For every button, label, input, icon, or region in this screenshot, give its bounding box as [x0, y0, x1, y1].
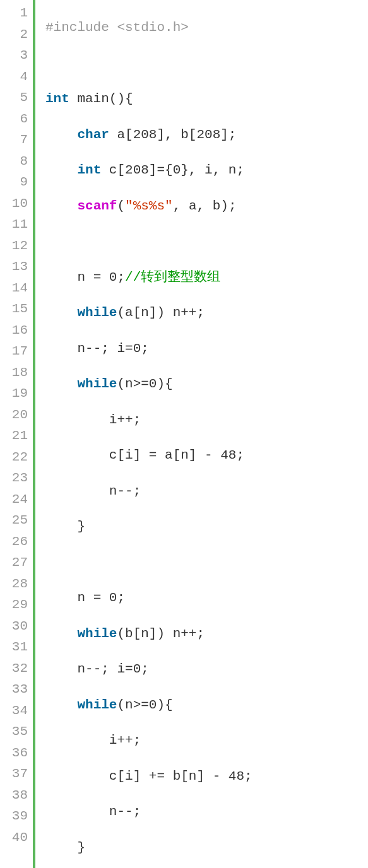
line-number: 22 — [0, 447, 28, 468]
code-content: #include <stdio.h> int main(){ char a[20… — [35, 0, 368, 868]
code-block: 1 2 3 4 5 6 7 8 9 10 11 12 13 14 15 16 1… — [0, 0, 368, 868]
line-number: 6 — [0, 108, 28, 130]
string: "%s%s" — [125, 199, 173, 213]
code-line: #include <stdio.h> — [45, 17, 368, 38]
code-text: n = 0; — [77, 590, 125, 605]
line-number: 20 — [0, 404, 28, 426]
code-text: i++; — [109, 733, 141, 748]
line-number: 21 — [0, 425, 28, 447]
code-text: n--; i=0; — [77, 341, 148, 356]
code-text: } — [77, 840, 85, 855]
code-line: while(n>=0){ — [45, 695, 368, 716]
line-number: 37 — [0, 763, 28, 785]
code-text: c[i] += b[n] - 48; — [109, 769, 252, 783]
line-number: 9 — [0, 172, 28, 193]
code-line: i++; — [45, 409, 368, 431]
line-number: 5 — [0, 87, 28, 108]
line-number: 27 — [0, 552, 28, 573]
line-number: 38 — [0, 785, 28, 806]
line-number: 15 — [0, 298, 28, 320]
code-line: } — [45, 837, 368, 859]
line-number: 36 — [0, 742, 28, 764]
code-line: c[i] += b[n] - 48; — [45, 766, 368, 787]
line-number: 29 — [0, 594, 28, 616]
code-line: while(b[n]) n++; — [45, 623, 368, 645]
code-line: while(a[n]) n++; — [45, 302, 368, 324]
keyword: while — [77, 377, 117, 391]
line-number: 24 — [0, 489, 28, 510]
line-number: 32 — [0, 658, 28, 679]
line-number: 30 — [0, 616, 28, 637]
line-number: 23 — [0, 467, 28, 489]
line-number: 7 — [0, 129, 28, 151]
code-text: c[208]={0}, i, n; — [101, 163, 244, 177]
code-line: i++; — [45, 730, 368, 751]
line-number: 28 — [0, 573, 28, 595]
line-number: 26 — [0, 531, 28, 553]
code-line: n--; i=0; — [45, 659, 368, 680]
code-line: scanf("%s%s", a, b); — [45, 196, 368, 217]
line-number: 3 — [0, 45, 28, 66]
code-text: (b[n]) n++; — [117, 626, 205, 641]
keyword: int — [77, 163, 101, 177]
code-text: i++; — [109, 413, 141, 427]
comment: //转到整型数组 — [125, 270, 220, 284]
keyword: int — [45, 91, 69, 106]
code-text: (n>=0){ — [117, 698, 172, 712]
line-number-gutter: 1 2 3 4 5 6 7 8 9 10 11 12 13 14 15 16 1… — [0, 0, 33, 868]
code-text: a[208], b[208]; — [109, 127, 237, 142]
code-line: while(n>=0){ — [45, 373, 368, 395]
code-text: n--; i=0; — [77, 662, 148, 676]
code-text: n--; — [109, 484, 141, 498]
line-number: 1 — [0, 3, 28, 24]
line-number: 40 — [0, 827, 28, 848]
line-number: 13 — [0, 256, 28, 278]
code-line: int c[208]={0}, i, n; — [45, 160, 368, 181]
line-number: 12 — [0, 235, 28, 257]
code-line — [45, 552, 368, 573]
line-number: 31 — [0, 636, 28, 658]
line-number: 35 — [0, 721, 28, 742]
line-number: 2 — [0, 24, 28, 45]
keyword: while — [77, 626, 117, 641]
keyword: while — [77, 698, 117, 712]
code-line: n = 0;//转到整型数组 — [45, 267, 368, 288]
code-text: n = 0; — [77, 270, 125, 284]
code-text: n--; — [109, 804, 141, 819]
code-text: main(){ — [69, 91, 133, 106]
code-line: n--; — [45, 481, 368, 502]
code-line: int main(){ — [45, 88, 368, 110]
keyword: while — [77, 305, 117, 320]
code-text: , a, b); — [173, 199, 237, 213]
preprocessor: #include <stdio.h> — [45, 20, 189, 35]
line-number: 8 — [0, 151, 28, 172]
function: scanf — [77, 199, 117, 213]
line-number: 19 — [0, 383, 28, 404]
code-text: c[i] = a[n] - 48; — [109, 448, 244, 462]
code-text: } — [77, 519, 85, 534]
line-number: 25 — [0, 510, 28, 531]
line-number: 34 — [0, 700, 28, 722]
line-number: 14 — [0, 278, 28, 299]
line-number: 10 — [0, 193, 28, 214]
code-text: ( — [117, 199, 125, 213]
code-text: (a[n]) n++; — [117, 305, 205, 320]
code-line: } — [45, 516, 368, 537]
code-line: n--; — [45, 801, 368, 823]
code-line: char a[208], b[208]; — [45, 124, 368, 146]
code-text: (n>=0){ — [117, 377, 172, 391]
line-number: 17 — [0, 341, 28, 362]
line-number: 4 — [0, 66, 28, 88]
code-line — [45, 231, 368, 252]
line-number: 11 — [0, 214, 28, 235]
keyword: char — [77, 127, 109, 142]
code-line: c[i] = a[n] - 48; — [45, 445, 368, 466]
code-line: n--; i=0; — [45, 338, 368, 360]
line-number: 18 — [0, 362, 28, 384]
line-number: 33 — [0, 679, 28, 700]
line-number: 39 — [0, 806, 28, 827]
code-line — [45, 53, 368, 74]
code-line: n = 0; — [45, 587, 368, 609]
line-number: 16 — [0, 320, 28, 341]
